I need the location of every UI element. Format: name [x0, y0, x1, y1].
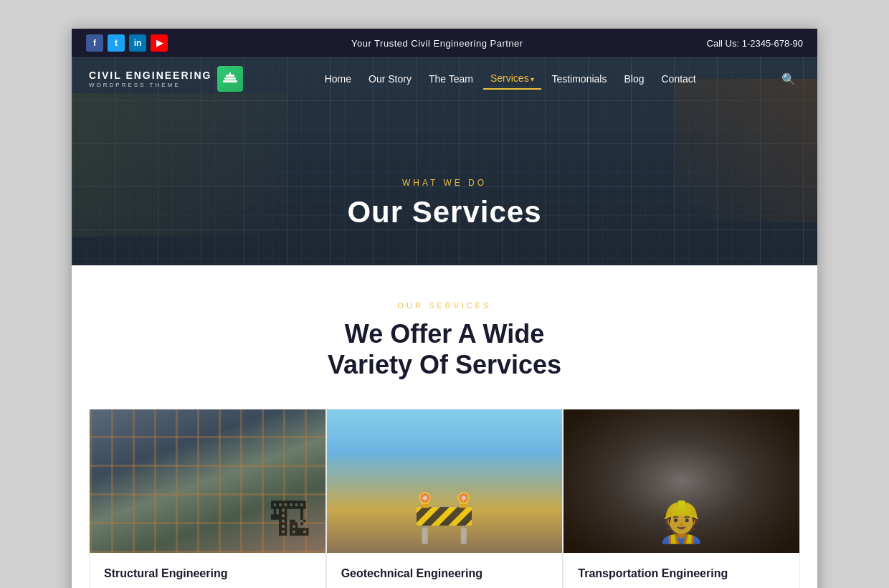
hero-title: Our Services: [72, 195, 817, 229]
hero-section: CIVIL ENGINEERING WORDPRESS THEME Home: [72, 57, 817, 265]
card-geotechnical: Geotechnical Engineering Lorem ipsum dol…: [326, 409, 564, 588]
cards-grid: Structural Engineering Lorem ipsum dolor…: [89, 409, 800, 588]
nav-item-testimonials[interactable]: Testimonials: [544, 69, 614, 89]
svg-rect-1: [224, 77, 236, 80]
nav-item-the-team[interactable]: The Team: [422, 69, 480, 89]
card-title-geotechnical: Geotechnical Engineering: [341, 567, 548, 580]
nav-item-contact[interactable]: Contact: [654, 69, 703, 89]
top-phone: Call Us: 1-2345-678-90: [707, 38, 803, 49]
social-icons: f t in ▶: [86, 34, 168, 52]
card-image-structural: [90, 409, 325, 553]
site-wrapper: f t in ▶ Your Trusted Civil Engineering …: [72, 29, 817, 588]
navbar: CIVIL ENGINEERING WORDPRESS THEME Home: [72, 57, 817, 100]
nav-links: Home Our Story The Team Services Testimo…: [318, 68, 703, 90]
card-image-transportation: [564, 409, 799, 553]
card-title-structural: Structural Engineering: [104, 567, 311, 580]
nav-link-home[interactable]: Home: [318, 69, 358, 89]
svg-rect-0: [223, 80, 237, 82]
facebook-icon[interactable]: f: [86, 34, 103, 52]
twitter-icon[interactable]: t: [108, 34, 125, 52]
youtube-icon[interactable]: ▶: [151, 34, 168, 52]
logo: CIVIL ENGINEERING WORDPRESS THEME: [89, 66, 243, 92]
section-title-line2: Variety Of Services: [328, 350, 561, 379]
card-body-transportation: Transportation Engineering Lorem ipsum d…: [564, 553, 799, 588]
nav-link-services[interactable]: Services: [483, 68, 541, 90]
nav-link-blog[interactable]: Blog: [617, 69, 651, 89]
logo-text: CIVIL ENGINEERING WORDPRESS THEME: [89, 69, 211, 90]
nav-link-the-team[interactable]: The Team: [422, 69, 480, 89]
card-transportation: Transportation Engineering Lorem ipsum d…: [563, 409, 800, 588]
search-icon[interactable]: 🔍: [777, 68, 800, 90]
nav-item-services[interactable]: Services: [483, 68, 541, 90]
card-body-structural: Structural Engineering Lorem ipsum dolor…: [90, 553, 325, 588]
logo-icon: [217, 66, 243, 92]
card-title-transportation: Transportation Engineering: [578, 567, 785, 580]
nav-item-home[interactable]: Home: [318, 69, 358, 89]
linkedin-icon[interactable]: in: [129, 34, 146, 52]
section-title: We Offer A Wide Variety Of Services: [89, 318, 800, 380]
card-structural: Structural Engineering Lorem ipsum dolor…: [89, 409, 326, 588]
logo-line2: WORDPRESS THEME: [89, 82, 211, 89]
section-tag: OUR SERVICES: [89, 301, 800, 310]
svg-rect-2: [226, 75, 234, 77]
hero-content: WHAT WE DO Our Services: [72, 178, 817, 229]
nav-link-contact[interactable]: Contact: [654, 69, 703, 89]
top-tagline: Your Trusted Civil Engineering Partner: [351, 38, 523, 49]
nav-item-our-story[interactable]: Our Story: [361, 69, 419, 89]
card-image-geotechnical: [327, 409, 563, 553]
nav-item-blog[interactable]: Blog: [617, 69, 651, 89]
logo-line1: CIVIL ENGINEERING: [89, 69, 211, 82]
services-section: OUR SERVICES We Offer A Wide Variety Of …: [72, 265, 817, 588]
hero-subtitle: WHAT WE DO: [72, 178, 817, 188]
nav-link-testimonials[interactable]: Testimonials: [544, 69, 614, 89]
nav-link-our-story[interactable]: Our Story: [361, 69, 419, 89]
section-title-line1: We Offer A Wide: [345, 319, 544, 348]
card-body-geotechnical: Geotechnical Engineering Lorem ipsum dol…: [327, 553, 563, 588]
top-bar: f t in ▶ Your Trusted Civil Engineering …: [72, 29, 817, 57]
